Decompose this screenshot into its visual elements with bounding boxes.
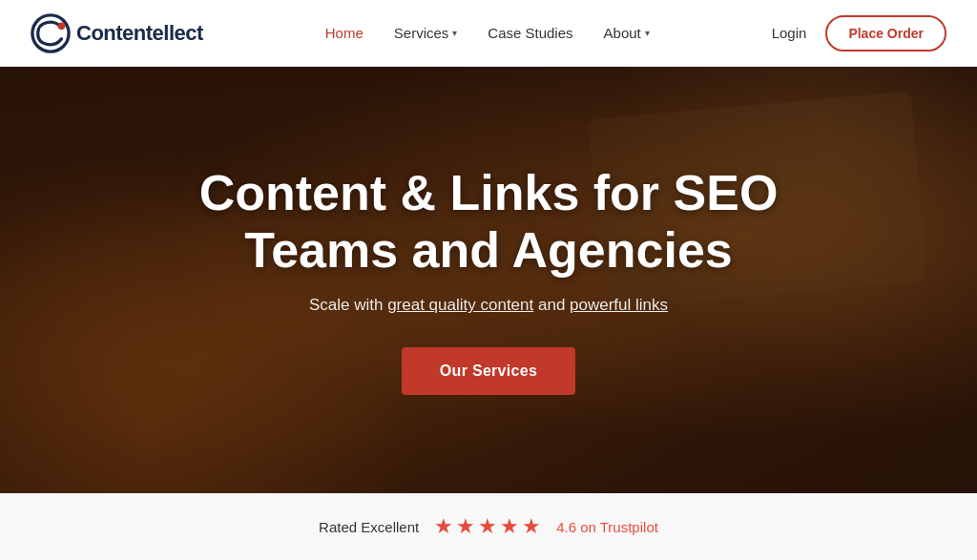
trustpilot-score: 4.6 on Trustpilot [556,519,658,535]
hero-title: Content & Links for SEO Teams and Agenci… [183,165,794,280]
rated-label: Rated Excellent [319,519,419,535]
our-services-button[interactable]: Our Services [402,347,575,395]
star-4: ★ [500,514,519,539]
star-rating: ★ ★ ★ ★ ★ [434,514,541,539]
nav-link-services[interactable]: Services ▾ [394,25,458,41]
place-order-button[interactable]: Place Order [825,15,946,52]
nav-links: Home Services ▾ Case Studies About ▾ [325,25,650,41]
star-1: ★ [434,514,453,539]
hero-content: Content & Links for SEO Teams and Agenci… [145,165,832,396]
svg-point-1 [58,22,66,30]
hero-subtitle: Scale with great quality content and pow… [183,296,794,315]
logo[interactable]: Contentellect [31,13,203,53]
star-5: ★ [522,514,541,539]
nav-link-home[interactable]: Home [325,25,364,41]
nav-item-case-studies[interactable]: Case Studies [488,25,572,41]
logo-icon [31,13,71,53]
hero-link-powerful-links[interactable]: powerful links [570,296,668,314]
star-2: ★ [456,514,475,539]
logo-text: Contentellect [76,21,203,46]
navbar: Contentellect Home Services ▾ Case Studi… [0,0,977,67]
trust-bar: Rated Excellent ★ ★ ★ ★ ★ 4.6 on Trustpi… [0,493,977,560]
nav-item-about[interactable]: About ▾ [604,25,650,41]
nav-item-services[interactable]: Services ▾ [394,25,458,41]
hero-section: Content & Links for SEO Teams and Agenci… [0,67,977,493]
login-link[interactable]: Login [772,25,807,41]
nav-right: Login Place Order [772,15,946,52]
hero-link-quality-content[interactable]: great quality content [387,296,533,314]
nav-link-case-studies[interactable]: Case Studies [488,25,572,41]
logo-full-text: Contentellect [76,21,203,45]
nav-item-home[interactable]: Home [325,25,364,41]
services-chevron-icon: ▾ [452,28,457,38]
about-chevron-icon: ▾ [645,28,650,38]
nav-link-about[interactable]: About ▾ [604,25,650,41]
star-3: ★ [478,514,497,539]
